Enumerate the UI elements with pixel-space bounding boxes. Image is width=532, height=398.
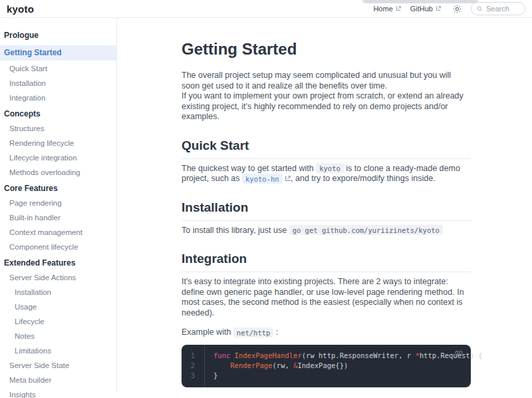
sidebar-item[interactable]: Concepts [0,108,116,120]
external-link-icon [396,6,401,11]
main-content: Getting Started The overall project setu… [117,18,532,398]
nav-link-github[interactable]: GitHub [410,5,441,13]
sidebar-item[interactable]: Rendering lifecycle [0,137,116,150]
sidebar-nav: PrologueGetting StartedQuick StartInstal… [0,29,116,398]
sidebar-item[interactable]: Server Side State [0,359,116,372]
sidebar-item[interactable]: Integration [0,92,116,104]
scroll-overlay-pill [362,0,478,3]
sidebar-item[interactable]: Meta builder [0,374,116,387]
sidebar-item[interactable]: Getting Started [0,45,116,61]
code-line: 3} [182,371,471,381]
section-heading-integration: Integration [182,252,471,272]
inline-code: go get github.com/yuriizinets/kyoto [289,225,443,235]
example-label: Example with net/http : [182,327,471,338]
section-heading-installation: Installation [182,200,471,221]
search-box[interactable] [471,2,525,15]
sidebar: PrologueGetting StartedQuick StartInstal… [0,18,117,393]
sidebar-item[interactable]: Usage [0,301,116,313]
theme-toggle-sun-icon[interactable] [453,5,462,13]
sidebar-item[interactable]: Server Side Actions [0,272,116,284]
sidebar-item[interactable]: Structures [0,122,116,135]
inline-code: kyoto [316,163,344,173]
header-nav: Home GitHub [373,2,525,15]
inline-code: net/http [233,327,274,337]
line-number: 2 [182,361,204,371]
sidebar-item[interactable]: Page rendering [0,197,116,210]
intro-paragraph: The overall project setup may seem compl… [182,71,471,91]
line-number: 3 [182,371,204,381]
sidebar-item[interactable]: Extended Features [0,257,116,270]
external-link-icon[interactable] [285,176,291,182]
code-line: 1func IndexPageHandler(rw http.ResponseW… [182,351,471,361]
gutter-separator [204,345,205,387]
sidebar-item[interactable]: Lifecycle integration [0,152,116,164]
nav-link-home[interactable]: Home [373,5,400,13]
external-link-icon [436,6,441,11]
sidebar-item[interactable]: Quick Start [0,63,116,75]
app-window: kyoto Home GitHub [0,0,532,398]
installation-paragraph: To install this library, just use go get… [182,226,471,236]
sidebar-item[interactable]: Context management [0,226,116,239]
page-title: Getting Started [182,40,471,59]
nav-link-github-label: GitHub [410,5,433,13]
code-line: 2 RenderPage(rw, &IndexPage{}) [182,361,471,371]
nav-link-home-label: Home [373,5,392,13]
sidebar-item[interactable]: Prologue [0,29,116,42]
sidebar-item[interactable]: Installation [0,286,116,299]
search-icon [477,3,483,15]
sidebar-item[interactable]: Limitations [0,345,116,357]
inline-code-link[interactable]: kyoto-hn [242,174,283,184]
sidebar-item[interactable]: Lifecycle [0,315,116,328]
site-logo[interactable]: kyoto [7,3,34,15]
sidebar-item[interactable]: Methods overloading [0,166,116,179]
section-heading-quick-start: Quick Start [182,138,471,159]
code-lang-badge: go [455,349,463,356]
intro-paragraph: If you want to implement your own projec… [182,91,471,122]
sidebar-item[interactable]: Notes [0,330,116,343]
sidebar-item[interactable]: Insights [0,389,116,398]
sidebar-item[interactable]: Installation [0,77,116,90]
integration-paragraph: It's easy to integrate into existing pro… [182,277,471,318]
sidebar-item[interactable]: Component lifecycle [0,241,116,254]
code-block-nethttp: go1func IndexPageHandler(rw http.Respons… [182,345,471,387]
quick-start-paragraph: The quickest way to get started with kyo… [182,164,471,184]
sidebar-item[interactable]: Built-in handler [0,212,116,224]
sidebar-item[interactable]: Core Features [0,182,116,195]
line-number: 1 [182,351,204,361]
search-input[interactable] [486,5,519,13]
